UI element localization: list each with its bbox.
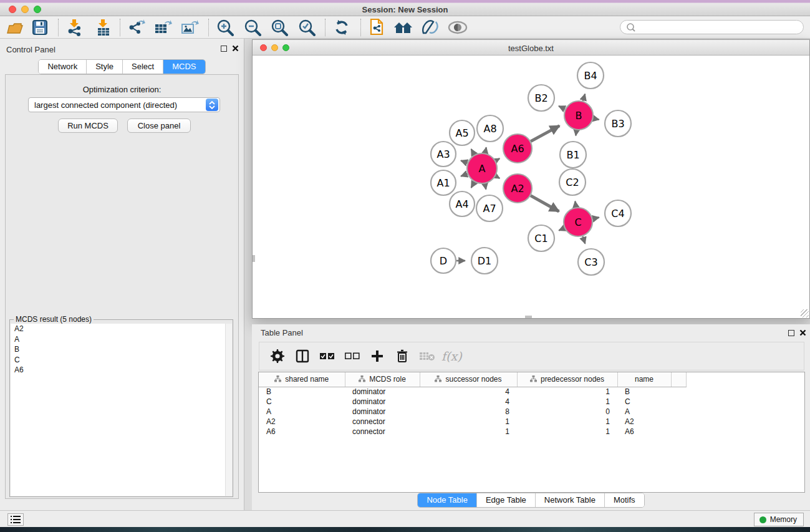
node-B2[interactable]: B2	[528, 85, 554, 111]
tab-mcds[interactable]: MCDS	[163, 60, 205, 74]
mcds-result-item[interactable]: A	[11, 334, 232, 345]
table-row[interactable]: Cdominator41C	[259, 397, 686, 407]
zoom-fit-icon[interactable]	[269, 18, 289, 37]
edge-A-A8[interactable]	[485, 147, 486, 153]
refresh-icon[interactable]	[332, 18, 352, 37]
search-field[interactable]	[620, 20, 804, 34]
edge-A-A1[interactable]	[461, 174, 467, 177]
node-C3[interactable]: C3	[578, 249, 604, 275]
table-row[interactable]: Bdominator41B	[259, 387, 686, 397]
open-file-icon[interactable]	[5, 18, 25, 37]
export-network-icon[interactable]	[126, 18, 146, 37]
edge-C-C3[interactable]	[582, 236, 585, 244]
edge-A-A6[interactable]	[496, 158, 499, 161]
table-cell[interactable]: 0	[517, 407, 617, 417]
table-cell[interactable]: A6	[259, 427, 345, 437]
open-session-file-icon[interactable]	[368, 18, 388, 37]
search-input[interactable]	[638, 23, 803, 32]
tab-node-table[interactable]: Node Table	[418, 493, 477, 507]
tab-motifs[interactable]: Motifs	[605, 493, 644, 507]
table-cell[interactable]: dominator	[345, 407, 420, 417]
column-view-icon[interactable]	[294, 348, 311, 364]
column-header-shared-name[interactable]: shared name	[259, 372, 345, 387]
mcds-result-item[interactable]: B	[11, 344, 232, 355]
table-cell[interactable]: 1	[420, 417, 517, 427]
node-B1[interactable]: B1	[560, 142, 586, 168]
node-A1[interactable]: A1	[431, 170, 456, 195]
edge-A-A3[interactable]	[461, 160, 467, 163]
gear-icon[interactable]	[269, 348, 286, 364]
node-B4[interactable]: B4	[577, 62, 604, 89]
table-cell[interactable]: connector	[345, 417, 420, 427]
node-D[interactable]: D	[431, 248, 456, 273]
table-cell[interactable]: B	[617, 387, 671, 397]
node-A8[interactable]: A8	[477, 115, 503, 142]
table-cell[interactable]: A6	[617, 427, 671, 437]
edge-B-B1[interactable]	[576, 130, 576, 136]
network-canvas[interactable]: B4B2BB3A5A8A6B1A3AC2A1A2A4A7C4CC1C3DD1	[253, 56, 809, 318]
edge-A-A2[interactable]	[496, 176, 499, 178]
node-D1[interactable]: D1	[471, 248, 498, 274]
edge-B-B3[interactable]	[594, 118, 599, 120]
table-cell[interactable]: C	[259, 397, 345, 407]
add-column-icon[interactable]	[369, 348, 385, 364]
network-window-titlebar[interactable]: testGlobe.txt	[253, 40, 809, 56]
edge-A6-B[interactable]	[531, 126, 559, 142]
memory-button[interactable]: Memory	[754, 513, 804, 526]
home-icon[interactable]	[393, 18, 413, 37]
edge-C-C4[interactable]	[592, 218, 599, 219]
zoom-selected-icon[interactable]	[297, 18, 317, 37]
import-table-icon[interactable]	[94, 18, 113, 37]
table-cell[interactable]: B	[259, 387, 345, 397]
table-cell[interactable]: A	[617, 407, 671, 417]
table-cell[interactable]: dominator	[345, 387, 420, 397]
node-A[interactable]: A	[467, 153, 497, 183]
tab-network[interactable]: Network	[39, 60, 87, 74]
table-cell[interactable]: 1	[420, 427, 517, 437]
table-cell[interactable]: 1	[517, 387, 617, 397]
edge-C-C1[interactable]	[559, 228, 564, 231]
import-network-icon[interactable]	[65, 18, 85, 37]
edge-A2-C[interactable]	[531, 196, 559, 211]
edge-A-A4[interactable]	[471, 182, 475, 188]
export-image-icon[interactable]	[180, 18, 200, 37]
canvas-vscroll-nub[interactable]	[253, 255, 255, 262]
edge-A-A7[interactable]	[485, 184, 486, 190]
tab-network-table[interactable]: Network Table	[536, 493, 605, 507]
table-cell[interactable]: 4	[420, 397, 517, 407]
node-table[interactable]: shared nameMCDS rolesuccessor nodesprede…	[258, 372, 805, 493]
list-scrollbar[interactable]	[225, 324, 232, 496]
float-panel-icon[interactable]	[221, 46, 227, 52]
column-header-MCDS-role[interactable]: MCDS role	[345, 372, 420, 387]
node-B[interactable]: B	[564, 101, 593, 130]
deselect-all-icon[interactable]	[344, 348, 360, 364]
show-panels-list-button[interactable]	[7, 513, 24, 526]
table-cell[interactable]: A	[259, 407, 345, 417]
node-C2[interactable]: C2	[559, 169, 586, 195]
network-graph[interactable]: B4B2BB3A5A8A6B1A3AC2A1A2A4A7C4CC1C3DD1	[253, 56, 809, 318]
node-A2[interactable]: A2	[503, 174, 532, 203]
edge-B-B4[interactable]	[583, 94, 585, 101]
edge-C-C2[interactable]	[575, 201, 576, 208]
table-cell[interactable]: A2	[617, 417, 671, 427]
mcds-result-item[interactable]: A6	[11, 365, 232, 375]
tab-style[interactable]: Style	[87, 60, 123, 74]
close-table-panel-icon[interactable]	[799, 329, 806, 336]
column-header-predecessor-nodes[interactable]: predecessor nodes	[517, 372, 617, 387]
tab-edge-table[interactable]: Edge Table	[477, 493, 536, 507]
mcds-result-item[interactable]: A2	[11, 324, 232, 334]
node-A6[interactable]: A6	[503, 134, 532, 163]
zoom-out-icon[interactable]	[243, 18, 263, 37]
run-mcds-button[interactable]: Run MCDS	[58, 118, 118, 133]
tab-select[interactable]: Select	[123, 60, 163, 74]
node-A5[interactable]: A5	[450, 120, 475, 145]
optimization-criterion-select[interactable]: largest connected component (directed)	[28, 97, 220, 112]
node-C4[interactable]: C4	[605, 200, 631, 226]
node-B3[interactable]: B3	[605, 110, 631, 137]
node-A3[interactable]: A3	[431, 142, 456, 167]
table-cell[interactable]: 8	[420, 407, 517, 417]
table-cell[interactable]: 4	[420, 387, 517, 397]
node-C1[interactable]: C1	[528, 225, 554, 251]
table-cell[interactable]: 1	[517, 427, 617, 437]
table-row[interactable]: A6connector11A6	[259, 427, 686, 437]
